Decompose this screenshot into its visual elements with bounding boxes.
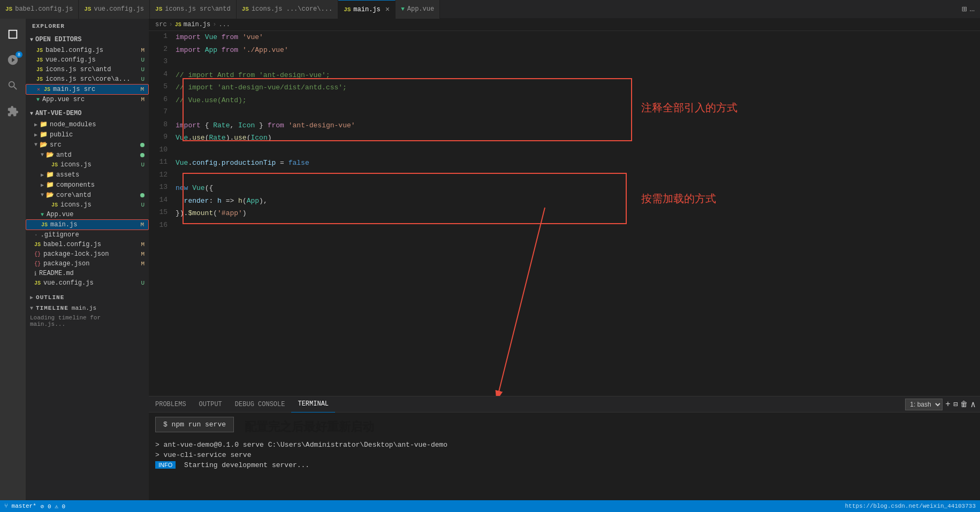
file-name: .gitignore: [41, 231, 79, 239]
breadcrumb-sep2: ›: [212, 21, 216, 28]
terminal-tab[interactable]: TERMINAL: [291, 396, 335, 412]
terminal-prompt[interactable]: $ npm run serve: [155, 417, 234, 432]
main-js-file[interactable]: JS main.js M: [26, 219, 149, 230]
main-layout: EXPLORER ▼ OPEN EDITORS JS babel.config.…: [0, 19, 980, 500]
split-editor-icon[interactable]: ⊞: [962, 4, 967, 14]
modified-badge: M: [141, 241, 145, 248]
json-icon: {}: [34, 251, 41, 257]
panel-content: $ npm run serve 配置完之后最好重新启动 > ant-vue-de…: [149, 412, 980, 500]
untracked-badge: U: [141, 280, 145, 286]
public-folder[interactable]: ▶ 📁 public: [26, 129, 149, 140]
package-json-file[interactable]: {} package.json M: [26, 259, 149, 269]
code-line-11: 11 Vue.config.productionTip = false: [149, 157, 980, 170]
terminal-output-2: > vue-cli-service serve: [155, 451, 974, 459]
delete-terminal-icon[interactable]: 🗑: [960, 400, 968, 409]
tab-icons-core-label: icons.js ...\core\...: [252, 5, 332, 13]
project-header[interactable]: ▼ ANT-VUE-DEMO: [26, 108, 149, 119]
more-actions-icon[interactable]: …: [969, 4, 975, 14]
output-tab[interactable]: OUTPUT: [193, 396, 229, 412]
code-line-9: 9 Vue.use(Rate).use(Icon): [149, 132, 980, 144]
open-editor-icons-antd[interactable]: JS icons.js src\antd U: [26, 65, 149, 74]
folder-name: public: [50, 131, 73, 139]
code-line-14: 14 render: h => h(App),: [149, 195, 980, 208]
timeline-label: TIMELINE: [36, 305, 69, 311]
arrow-down-icon: ▼: [30, 37, 33, 43]
icons-antd-file[interactable]: JS icons.js U: [26, 160, 149, 170]
open-editor-app-vue[interactable]: ▼ App.vue src M: [26, 95, 149, 104]
close-icon[interactable]: ✕: [37, 86, 40, 93]
json-icon: {}: [34, 261, 41, 267]
arrow-right-icon: ▶: [30, 294, 34, 301]
tab-icons-antd[interactable]: JS icons.js src\antd: [150, 0, 237, 19]
js-icon: JS: [242, 6, 249, 12]
open-editor-babel[interactable]: JS babel.config.js M: [26, 45, 149, 55]
bash-selector[interactable]: 1: bash: [905, 399, 943, 410]
open-editor-main[interactable]: ✕ JS main.js src M: [26, 84, 149, 95]
code-line-4: 4 // import Antd from 'ant-design-vue';: [149, 69, 980, 82]
vue-config-file[interactable]: JS vue.config.js U: [26, 278, 149, 288]
tab-bar: JS babel.config.js JS vue.config.js JS i…: [0, 0, 980, 19]
app-vue-file[interactable]: ▼ App.vue: [26, 210, 149, 219]
js-icon: JS: [155, 6, 162, 12]
file-name: babel.config.js: [45, 47, 103, 54]
file-name: icons.js: [60, 201, 92, 209]
app-container: JS babel.config.js JS vue.config.js JS i…: [0, 0, 980, 512]
timeline-header[interactable]: ▼ TIMELINE main.js: [26, 303, 149, 314]
close-icon[interactable]: ×: [385, 5, 390, 14]
problems-tab[interactable]: PROBLEMS: [149, 396, 193, 412]
code-line-3: 3: [149, 56, 980, 69]
components-folder[interactable]: ▶ 📁 components: [26, 180, 149, 190]
tab-icons-antd-label: icons.js src\antd: [165, 5, 230, 13]
readme-file[interactable]: ℹ README.md: [26, 269, 149, 278]
outline-header[interactable]: ▶ OUTLINE: [26, 292, 149, 303]
explorer-activity-icon[interactable]: [0, 21, 26, 47]
tab-app-vue[interactable]: ▼ App.vue: [396, 0, 440, 19]
arrow-svg: [481, 208, 588, 396]
folder-open-icon: 📂: [46, 151, 54, 159]
tab-babel[interactable]: JS babel.config.js: [0, 0, 79, 19]
breadcrumb-sep: ›: [169, 21, 173, 28]
file-name: package-lock.json: [43, 250, 109, 258]
problems-tab-label: PROBLEMS: [155, 401, 186, 408]
tab-main[interactable]: JS main.js ×: [338, 0, 396, 19]
breadcrumb: src › JS main.js › ...: [149, 19, 980, 31]
tab-babel-label: babel.config.js: [15, 5, 73, 13]
source-control-activity-icon[interactable]: [0, 47, 26, 73]
tab-app-vue-label: App.vue: [407, 5, 434, 13]
file-name: App.vue: [47, 211, 73, 218]
open-editors-label: OPEN EDITORS: [35, 36, 81, 43]
split-terminal-icon[interactable]: ⊟: [953, 400, 958, 409]
icons-core-file[interactable]: JS icons.js U: [26, 200, 149, 210]
folder-name: components: [56, 181, 95, 189]
add-terminal-icon[interactable]: +: [945, 400, 951, 409]
core-antd-folder[interactable]: ▼ 📂 core\antd: [26, 190, 149, 200]
tab-actions: ⊞ …: [962, 4, 980, 14]
babel-config-file[interactable]: JS babel.config.js M: [26, 240, 149, 249]
open-editor-vue-config[interactable]: JS vue.config.js U: [26, 55, 149, 65]
tab-icons-core[interactable]: JS icons.js ...\core\...: [237, 0, 338, 19]
bottom-panel: PROBLEMS OUTPUT DEBUG CONSOLE TERMINAL 1…: [149, 396, 980, 500]
untracked-badge: U: [141, 76, 145, 82]
js-icon: JS: [44, 87, 50, 93]
search-activity-icon[interactable]: [0, 73, 26, 98]
breadcrumb-src: src: [155, 21, 167, 28]
package-lock-file[interactable]: {} package-lock.json M: [26, 249, 149, 259]
gitignore-file[interactable]: · .gitignore: [26, 230, 149, 240]
tab-vue-config[interactable]: JS vue.config.js: [79, 0, 150, 19]
debug-tab[interactable]: DEBUG CONSOLE: [229, 396, 292, 412]
sidebar-title: EXPLORER: [26, 19, 149, 34]
code-editor[interactable]: 1 import Vue from 'vue' 2 import App fro…: [149, 31, 980, 232]
close-panel-icon[interactable]: ∧: [970, 399, 976, 410]
node-modules-folder[interactable]: ▶ 📁 node_modules: [26, 119, 149, 129]
src-folder[interactable]: ▼ 📂 src: [26, 140, 149, 150]
breadcrumb-main: main.js: [184, 21, 210, 28]
assets-folder[interactable]: ▶ 📁 assets: [26, 170, 149, 180]
file-name: main.js: [50, 221, 77, 228]
info-badge: INFO: [155, 461, 176, 469]
extensions-activity-icon[interactable]: [0, 98, 26, 124]
open-editors-header[interactable]: ▼ OPEN EDITORS: [26, 34, 149, 45]
timeline-file: main.js: [72, 305, 96, 311]
antd-folder[interactable]: ▼ 📂 antd: [26, 150, 149, 160]
open-editor-icons-core[interactable]: JS icons.js src\core\a... U: [26, 74, 149, 84]
code-line-7: 7: [149, 106, 980, 119]
